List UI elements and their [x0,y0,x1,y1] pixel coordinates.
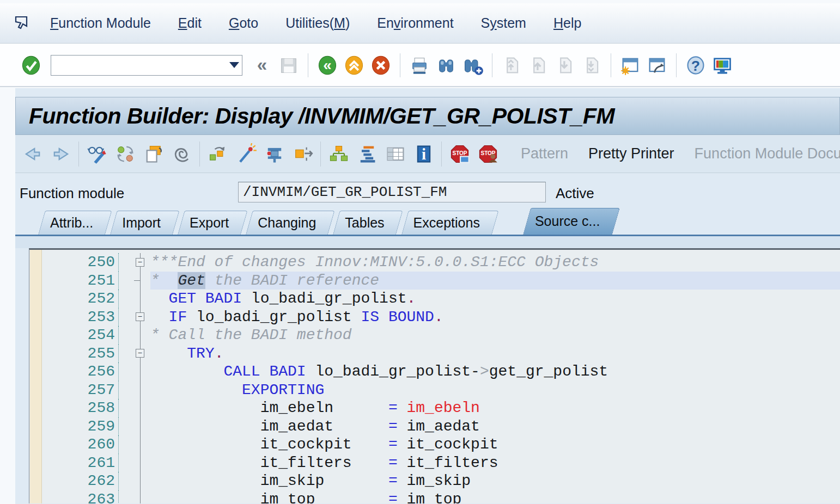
function-module-field[interactable] [238,182,546,202]
code-line[interactable]: 250−***End of changes Innov:MINV:5.0.0.S… [29,253,840,272]
code-text[interactable]: CALL BADI lo_badi_gr_polist->get_gr_poli… [150,362,840,381]
page-up-icon[interactable] [527,54,550,77]
new-session-icon[interactable] [619,54,642,77]
command-input[interactable] [51,56,227,75]
test-icon[interactable] [233,141,259,167]
code-text[interactable]: * Get the BADI reference [150,272,840,290]
function-module-documentation-button[interactable]: Function Module Documentation [695,145,840,162]
menu-item-functionmodule[interactable]: Function Module [50,15,151,31]
code-text[interactable]: im_top = im_top [150,490,840,504]
page-down-icon[interactable] [553,54,576,77]
customize-layout-icon[interactable] [711,54,734,77]
code-line[interactable]: 254* Call the BADI method [29,326,840,345]
menu-item-goto[interactable]: Goto [229,15,258,31]
sort-icon[interactable] [354,141,380,167]
menu-item-system[interactable]: System [481,15,526,31]
code-line[interactable]: 259 im_aedat = im_aedat [29,417,840,436]
find-next-icon[interactable] [461,54,484,77]
menu-item-help[interactable]: Help [553,15,581,31]
code-line[interactable]: 262 im_skip = im_skip [29,472,840,490]
object-list-icon[interactable] [326,141,351,167]
reassign-icon[interactable] [205,141,230,167]
back-arrow-icon[interactable] [20,141,45,167]
code-token: GET BADI [169,290,242,307]
navigation-icon[interactable] [290,141,315,167]
print-icon[interactable] [408,54,431,77]
code-text[interactable]: EXPORTING [150,381,840,399]
line-number: 260 [42,435,119,454]
code-line[interactable]: 255− TRY. [29,345,840,363]
code-text[interactable]: GET BADI lo_badi_gr_polist. [150,290,840,308]
tab-export[interactable]: Export [178,211,241,235]
code-token: IF [169,309,187,325]
code-line[interactable]: 253− IF lo_badi_gr_polist IS BOUND. [29,308,840,327]
code-token: im_top [150,491,388,504]
code-text[interactable]: im_skip = im_skip [150,472,840,490]
fold-margin [119,454,150,472]
tab-attrib[interactable]: Attrib... [38,211,105,235]
save-icon[interactable] [277,54,300,77]
fold-toggle-icon[interactable]: − [136,349,144,358]
copy-icon[interactable] [141,141,166,167]
code-line[interactable]: 256 CALL BADI lo_badi_gr_polist->get_gr_… [29,362,840,381]
first-page-icon[interactable] [500,54,523,77]
exit-icon[interactable] [343,54,366,77]
tab-import[interactable]: Import [110,211,173,235]
line-number: 256 [42,362,119,381]
table-view-icon[interactable] [382,141,408,167]
fold-margin [119,399,150,417]
find-icon[interactable] [435,54,458,77]
code-line[interactable]: 251* Get the BADI reference [29,272,840,290]
collapse-command-icon[interactable]: « [251,54,273,77]
set-watchpoint-icon[interactable]: STOP [475,141,501,167]
code-text[interactable]: im_aedat = im_aedat [150,417,840,436]
back-icon[interactable]: « [316,54,339,77]
enter-icon[interactable] [20,54,42,77]
set-breakpoint-icon[interactable]: STOP [447,141,472,167]
code-text[interactable]: it_filters = it_filters [150,454,840,472]
tab-exceptions[interactable]: Exceptions [401,211,492,235]
fold-toggle-icon[interactable]: − [136,258,144,267]
code-text[interactable]: IF lo_badi_gr_polist IS BOUND. [150,308,840,327]
menu-item-utilitiesm[interactable]: Utilities(M) [285,15,350,31]
code-text[interactable]: ***End of changes Innov:MINV:5.0.0.S1:EC… [150,253,840,272]
code-line[interactable]: 257 EXPORTING [29,381,840,399]
cancel-icon[interactable] [369,54,392,77]
display-change-icon[interactable] [84,141,109,167]
create-shortcut-icon[interactable] [646,54,668,77]
line-number: 258 [42,399,119,417]
code-line[interactable]: 263 im_top = im_top [29,490,840,504]
activate-icon[interactable] [169,141,194,167]
command-dropdown-icon[interactable] [227,56,242,75]
code-text[interactable]: * Call the BADI method [150,326,840,345]
toolbar-separator [676,53,677,77]
gui-screen-icon[interactable] [13,15,33,32]
tab-changing[interactable]: Changing [246,211,328,235]
tab-label: Export [190,211,229,235]
tab-sourcec[interactable]: Source c... [523,208,612,235]
code-text[interactable]: TRY. [150,345,840,363]
svg-text:«: « [323,56,331,73]
pretty-printer-button[interactable]: Pretty Printer [588,145,674,162]
pattern-button[interactable]: Pattern [521,145,568,162]
code-text[interactable]: im_ebeln = im_ebeln [150,399,840,417]
info-icon[interactable]: i [411,141,436,167]
fold-toggle-icon[interactable]: − [136,312,144,321]
menu-item-environment[interactable]: Environment [377,15,453,31]
tab-tables[interactable]: Tables [333,211,396,235]
refresh-icon[interactable] [112,141,138,167]
help-icon[interactable]: ? [684,54,707,77]
where-used-icon[interactable] [261,141,287,167]
forward-arrow-icon[interactable] [48,141,74,167]
code-token [398,399,407,416]
code-line[interactable]: 252 GET BADI lo_badi_gr_polist. [29,290,840,308]
last-page-icon[interactable] [580,54,603,77]
source-code-editor[interactable]: 250−***End of changes Innov:MINV:5.0.0.S… [29,248,840,503]
code-line[interactable]: 261 it_filters = it_filters [29,454,840,472]
menu-item-edit[interactable]: Edit [178,15,202,31]
code-text[interactable]: it_cockpit = it_cockpit [150,435,840,454]
code-token: * Call the BADI method [150,327,352,343]
code-line[interactable]: 258 im_ebeln = im_ebeln [29,399,840,417]
code-line[interactable]: 260 it_cockpit = it_cockpit [29,435,840,454]
code-token: CALL BADI [223,363,306,380]
